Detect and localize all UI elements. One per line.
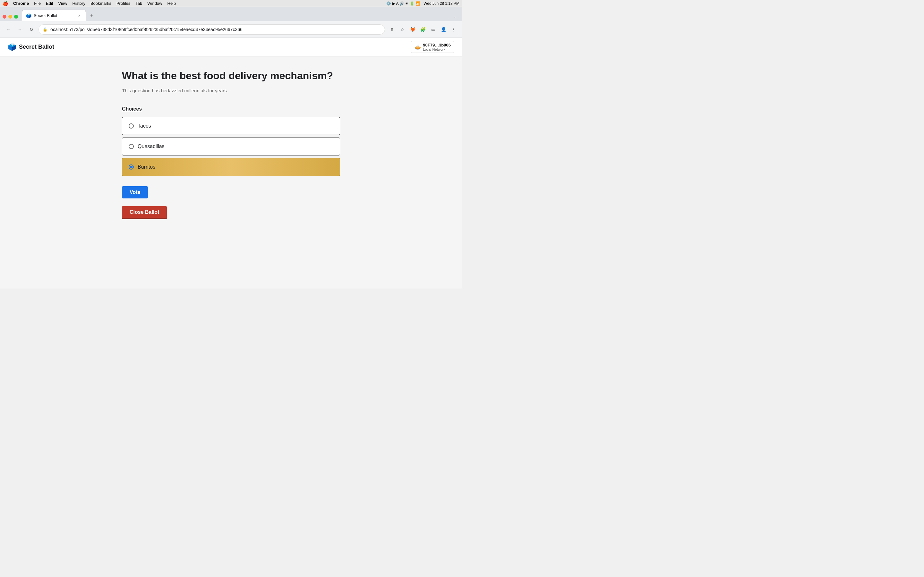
close-ballot-button[interactable]: Close Ballot: [122, 206, 167, 219]
tab-bar: 🗳️ Secret Ballot × + ⌄: [0, 7, 462, 21]
menu-history[interactable]: History: [72, 1, 85, 6]
poll-title: What is the best food delivery mechanism…: [122, 69, 340, 83]
back-button[interactable]: ←: [4, 25, 13, 34]
choice-burritos[interactable]: Burritos: [122, 158, 340, 176]
forward-button[interactable]: →: [15, 25, 24, 34]
url-lock-icon: 🔒: [43, 27, 47, 32]
menubar-left: 🍎 Chrome File Edit View History Bookmark…: [3, 1, 176, 6]
sidebar-button[interactable]: ▭: [429, 25, 438, 34]
menu-bookmarks[interactable]: Bookmarks: [90, 1, 111, 6]
network-label: Local Network: [423, 47, 451, 51]
puzzle-button[interactable]: 🧩: [418, 25, 427, 34]
network-id: 90F79…3b906: [423, 43, 451, 47]
poll-description: This question has bedazzled millennials …: [122, 88, 340, 93]
choice-label-burritos: Burritos: [137, 164, 155, 170]
bookmark-button[interactable]: ☆: [398, 25, 407, 34]
tab-bar-menu[interactable]: ⌄: [451, 14, 459, 21]
choice-tacos[interactable]: Tacos: [122, 117, 340, 135]
apple-menu-icon[interactable]: 🍎: [3, 1, 8, 6]
tab-close-button[interactable]: ×: [77, 13, 82, 18]
radio-quesadillas[interactable]: [129, 144, 134, 149]
tab-secret-ballot[interactable]: 🗳️ Secret Ballot ×: [22, 10, 86, 21]
network-info: 90F79…3b906 Local Network: [423, 43, 451, 51]
main-content: What is the best food delivery mechanism…: [103, 56, 359, 232]
tab-list: 🗳️ Secret Ballot × +: [22, 10, 451, 21]
menu-help[interactable]: Help: [168, 1, 176, 6]
system-icons: ⚙️ ▶ A 🔊 ✴ 🔋 📶: [386, 1, 420, 6]
address-bar-actions: ⇧ ☆ 🦊 🧩 ▭ 👤 ⋮: [388, 25, 458, 34]
buttons-area: Vote Close Ballot: [122, 179, 340, 219]
share-button[interactable]: ⇧: [388, 25, 397, 34]
reload-button[interactable]: ↻: [27, 25, 36, 34]
choice-quesadillas[interactable]: Quesadillas: [122, 137, 340, 155]
window-close-button[interactable]: [3, 15, 6, 19]
choice-label-tacos: Tacos: [137, 123, 151, 129]
address-bar: ← → ↻ 🔒 localhost:5173/polls/d5eb738d3f1…: [0, 21, 462, 38]
network-chart-icon: 🥧: [415, 44, 421, 50]
menu-file[interactable]: File: [34, 1, 41, 6]
menu-tab[interactable]: Tab: [136, 1, 142, 6]
network-badge[interactable]: 🥧 90F79…3b906 Local Network: [411, 41, 454, 53]
tab-label: Secret Ballot: [34, 13, 74, 18]
page-content: 🗳️ Secret Ballot 🥧 90F79…3b906 Local Net…: [0, 38, 462, 288]
new-tab-button[interactable]: +: [87, 11, 96, 20]
url-text: localhost:5173/polls/d5eb738d3f108b9fced…: [49, 27, 381, 32]
radio-tacos[interactable]: [129, 123, 134, 129]
chrome-window: 🗳️ Secret Ballot × + ⌄ ← → ↻ 🔒 localhost…: [0, 7, 462, 288]
menu-edit[interactable]: Edit: [46, 1, 53, 6]
datetime: Wed Jun 28 1:18 PM: [423, 1, 459, 6]
app-title: Secret Ballot: [19, 44, 54, 50]
window-controls: [3, 15, 18, 21]
menu-chrome[interactable]: Chrome: [13, 1, 29, 6]
choices-heading: Choices: [122, 106, 340, 112]
menu-window[interactable]: Window: [147, 1, 162, 6]
window-minimize-button[interactable]: [8, 15, 12, 19]
menubar: 🍎 Chrome File Edit View History Bookmark…: [0, 0, 462, 7]
window-maximize-button[interactable]: [14, 15, 18, 19]
extension-fox-button[interactable]: 🦊: [408, 25, 417, 34]
menu-profiles[interactable]: Profiles: [116, 1, 130, 6]
menu-view[interactable]: View: [58, 1, 67, 6]
tab-favicon: 🗳️: [26, 13, 31, 18]
profile-button[interactable]: 👤: [439, 25, 448, 34]
menu-dots-button[interactable]: ⋮: [449, 25, 458, 34]
app-logo: 🗳️ Secret Ballot: [8, 43, 54, 51]
vote-button[interactable]: Vote: [122, 186, 148, 198]
choice-label-quesadillas: Quesadillas: [137, 143, 165, 149]
app-header: 🗳️ Secret Ballot 🥧 90F79…3b906 Local Net…: [0, 38, 462, 56]
menubar-right: ⚙️ ▶ A 🔊 ✴ 🔋 📶 Wed Jun 28 1:18 PM: [386, 1, 459, 6]
logo-icon: 🗳️: [8, 43, 16, 51]
url-bar[interactable]: 🔒 localhost:5173/polls/d5eb738d3f108b9fc…: [39, 24, 385, 35]
radio-burritos[interactable]: [129, 164, 134, 169]
